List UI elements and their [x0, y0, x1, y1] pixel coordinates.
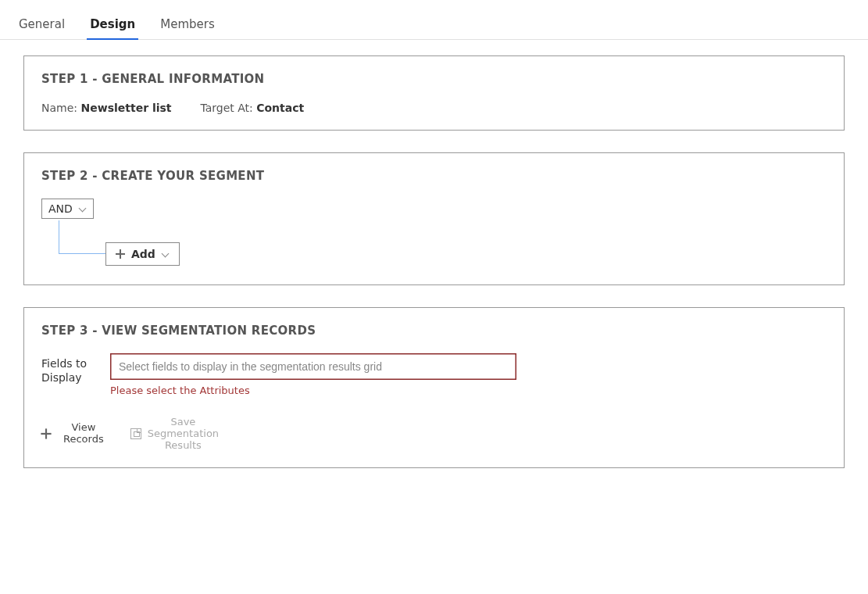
tab-design[interactable]: Design [87, 9, 138, 39]
main-content: STEP 1 - GENERAL INFORMATION Name: Newsl… [0, 40, 868, 506]
tab-members[interactable]: Members [157, 9, 218, 39]
step2-panel: STEP 2 - CREATE YOUR SEGMENT AND Add [23, 152, 845, 285]
step1-title: STEP 1 - GENERAL INFORMATION [41, 72, 827, 86]
step1-panel: STEP 1 - GENERAL INFORMATION Name: Newsl… [23, 55, 845, 131]
step1-info: Name: Newsletter list Target At: Contact [41, 102, 827, 114]
segment-builder: AND Add [41, 199, 827, 269]
add-label: Add [131, 248, 155, 260]
tab-bar: General Design Members [0, 0, 868, 40]
save-icon [130, 428, 141, 439]
step3-title: STEP 3 - VIEW SEGMENTATION RECORDS [41, 324, 827, 338]
connector-horizontal [59, 253, 105, 254]
page-root: General Design Members STEP 1 - GENERAL … [0, 0, 868, 506]
tab-label: Members [160, 17, 215, 31]
plus-icon [41, 429, 51, 439]
plus-icon [116, 249, 125, 259]
save-segmentation-results-button[interactable]: Save Segmentation Results [130, 417, 219, 452]
target-label: Target At: [200, 102, 252, 114]
chevron-down-icon [162, 250, 170, 258]
fields-to-display-body: Please select the Attributes [110, 353, 516, 396]
step3-panel: STEP 3 - VIEW SEGMENTATION RECORDS Field… [23, 307, 845, 468]
tab-label: General [19, 17, 65, 31]
connector-vertical [59, 220, 59, 253]
tab-label: Design [90, 17, 135, 31]
add-condition-button[interactable]: Add [105, 242, 180, 266]
view-records-label: View Records [63, 422, 104, 446]
chevron-down-icon [79, 205, 87, 213]
fields-error-message: Please select the Attributes [110, 385, 516, 396]
tab-general[interactable]: General [16, 9, 68, 39]
group-operator-dropdown[interactable]: AND [41, 199, 94, 219]
fields-to-display-label: Fields to Display [41, 353, 96, 385]
group-operator-label: AND [48, 202, 73, 215]
step2-title: STEP 2 - CREATE YOUR SEGMENT [41, 169, 827, 183]
step3-actions: View Records Save Segmentation Results [41, 417, 827, 452]
save-results-label: Save Segmentation Results [148, 417, 219, 452]
fields-to-display-input[interactable] [110, 353, 516, 380]
name-value: Newsletter list [80, 102, 171, 114]
target-value: Contact [256, 102, 304, 114]
view-records-button[interactable]: View Records [41, 422, 104, 446]
fields-to-display-row: Fields to Display Please select the Attr… [41, 353, 827, 396]
name-label: Name: [41, 102, 77, 114]
